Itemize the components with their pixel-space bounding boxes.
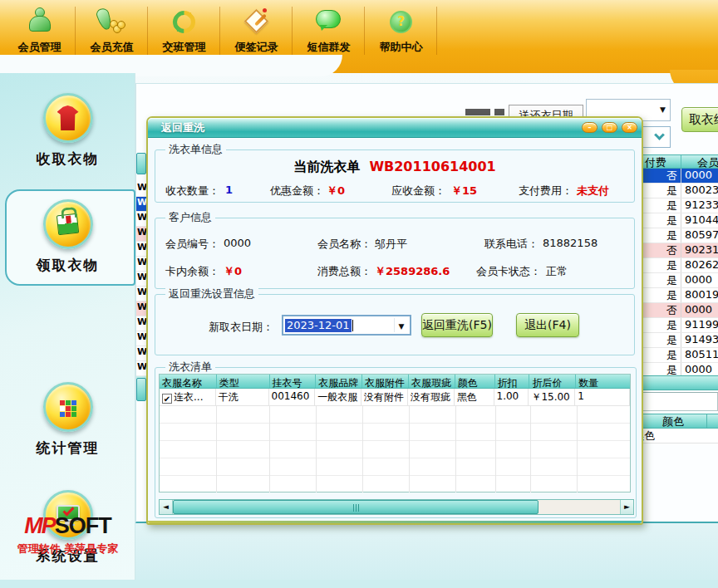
item-type: 干洗 bbox=[216, 389, 269, 406]
member-row[interactable]: 是91493 bbox=[640, 333, 718, 348]
clipped-scroll-piece bbox=[136, 378, 146, 401]
toolbar-member-recharge[interactable]: 会员充值 bbox=[76, 3, 148, 56]
memo-note-icon bbox=[243, 7, 271, 36]
laundry-list-group: 洗衣清单 衣服名称 类型 挂衣号 衣服品牌 衣服附件 衣服瑕疵 颜色 折扣 折后… bbox=[155, 367, 637, 518]
sms-bubble-icon bbox=[316, 10, 342, 33]
chevron-down-icon[interactable]: ▼ bbox=[394, 318, 408, 332]
member-row[interactable]: 是80511 bbox=[640, 348, 718, 363]
scroll-left-icon[interactable]: ◄ bbox=[160, 500, 173, 514]
member-row[interactable]: 是80262 bbox=[640, 258, 718, 273]
toolbar-label: 会员管理 bbox=[3, 40, 76, 55]
item-flaw: 没有瑕疵 bbox=[408, 389, 455, 406]
dialog-bottom-edge bbox=[148, 521, 642, 523]
sidebar-item-statistics[interactable]: 统计管理 bbox=[0, 382, 135, 458]
app-window: 会员管理 会员充值 交班管理 便签记录 短信群发 ? 帮助中心 bbox=[0, 0, 718, 588]
close-button[interactable]: × bbox=[622, 122, 637, 133]
toolbar-divider bbox=[364, 7, 365, 55]
toolbar-divider bbox=[292, 7, 293, 55]
field-label: 支付费用： bbox=[519, 184, 573, 198]
scrollbar-track bbox=[538, 500, 620, 514]
chevron-down-icon: ▼ bbox=[660, 105, 666, 114]
member-row[interactable]: 否90231 bbox=[640, 243, 718, 258]
pickup-settle-button[interactable]: 取衣结单 bbox=[681, 107, 718, 132]
sidebar-item-label: 收取衣物 bbox=[0, 149, 135, 169]
order-number: WB20110614001 bbox=[369, 159, 495, 174]
clipped-header-cell bbox=[136, 153, 146, 174]
brand-tagline: 管理软件 美萍是专家 bbox=[0, 541, 135, 556]
current-order-line: 当前洗衣单 WB20110614001 bbox=[155, 159, 634, 176]
field-value: 正常 bbox=[546, 264, 568, 279]
toolbar-memo-records[interactable]: 便签记录 bbox=[220, 3, 293, 56]
item-tag-no: 001460 bbox=[269, 389, 316, 406]
laundry-table: 衣服名称 类型 挂衣号 衣服品牌 衣服附件 衣服瑕疵 颜色 折扣 折后价 数量 … bbox=[159, 374, 631, 492]
rewash-dialog: 返回重洗 – □ × 洗衣单信息 当前洗衣单 WB20110614001 收衣数… bbox=[146, 116, 643, 525]
column-header-paid: 付费 bbox=[640, 155, 681, 168]
shift-cycle-icon bbox=[173, 11, 195, 33]
dialog-titlebar[interactable]: 返回重洗 – □ × bbox=[148, 118, 642, 138]
scroll-right-icon[interactable]: ► bbox=[620, 500, 633, 514]
order-member-table: 付费 会员编号 否0000 是80023 是91233 是91044 是8059… bbox=[640, 154, 718, 378]
member-row[interactable]: 是80597 bbox=[640, 228, 718, 243]
item-accessory: 没有附件 bbox=[361, 389, 408, 406]
toolbar-help-center[interactable]: ? 帮助中心 bbox=[365, 3, 437, 56]
member-row[interactable]: 否0000 bbox=[640, 303, 718, 318]
customer-info-group: 客户信息 会员编号： 0000 会员名称： 邬丹平 联系电话： 81882158… bbox=[155, 218, 635, 289]
thumb-grip bbox=[353, 504, 359, 512]
column-header: 折后价 bbox=[529, 375, 575, 388]
scrollbar-thumb[interactable] bbox=[173, 500, 538, 514]
pickup-clothes-bag-icon bbox=[43, 199, 93, 249]
maximize-button[interactable]: □ bbox=[602, 122, 617, 133]
minimize-button[interactable]: – bbox=[582, 122, 598, 133]
group-label: 客户信息 bbox=[165, 211, 215, 224]
member-row[interactable]: 是91199 bbox=[640, 318, 718, 333]
member-row[interactable]: 否0000 bbox=[640, 169, 718, 184]
member-person-icon bbox=[27, 7, 52, 36]
sidebar-item-pickup-clothes[interactable]: 领取衣物 bbox=[0, 199, 135, 275]
new-pickup-date-label: 新取衣日期： bbox=[209, 320, 273, 335]
sidebar-item-receive-clothes[interactable]: 收取衣物 bbox=[0, 93, 135, 169]
color-table-row[interactable]: 黑色 bbox=[640, 429, 718, 443]
field-label: 优惠金额： bbox=[270, 184, 324, 198]
laundry-item-row[interactable]: ✔连衣... 干洗 001460 一般衣服 没有附件 没有瑕疵 黑色 1.00 … bbox=[160, 389, 630, 406]
toolbar-member-management[interactable]: 会员管理 bbox=[3, 3, 76, 56]
order-info-group: 洗衣单信息 当前洗衣单 WB20110614001 收衣数量： 1 优惠金额： … bbox=[155, 149, 635, 203]
toolbar-sms-broadcast[interactable]: 短信群发 bbox=[293, 3, 365, 56]
member-row[interactable]: 是80019 bbox=[640, 288, 718, 303]
sidebar-item-label: 领取衣物 bbox=[0, 256, 135, 275]
member-row[interactable]: 是0000 bbox=[640, 273, 718, 288]
group-label: 洗衣清单 bbox=[165, 360, 215, 374]
item-name: 连衣... bbox=[174, 391, 203, 403]
toolbar-divider bbox=[219, 7, 220, 55]
column-header: 类型 bbox=[216, 375, 269, 388]
field-value: ￥15 bbox=[451, 184, 477, 198]
mpsoft-logo: MPSOFT bbox=[0, 513, 135, 539]
field-value: 0000 bbox=[224, 237, 251, 249]
horizontal-scrollbar: ◄ ► bbox=[159, 499, 634, 515]
clipped-text-fragment bbox=[494, 109, 504, 115]
member-row[interactable]: 是80023 bbox=[640, 184, 718, 198]
help-question-icon: ? bbox=[390, 11, 412, 33]
column-header: 挂衣号 bbox=[269, 375, 316, 388]
item-checkbox[interactable]: ✔ bbox=[162, 394, 172, 404]
field-value: ￥0 bbox=[224, 264, 242, 279]
exit-button[interactable]: 退出(F4) bbox=[516, 313, 579, 337]
sidebar-item-label: 统计管理 bbox=[0, 439, 135, 458]
column-header-member: 会员编号 bbox=[681, 155, 718, 168]
item-price: ￥15.00 bbox=[529, 389, 575, 406]
new-pickup-date-combobox[interactable]: 2023-12-01 ▼ bbox=[282, 315, 411, 336]
field-value: 1 bbox=[225, 184, 233, 196]
group-label: 返回重洗设置信息 bbox=[165, 287, 258, 301]
clipped-text-fragment bbox=[465, 109, 490, 115]
field-label: 会员名称： bbox=[317, 237, 371, 252]
color-table-header: 颜色 折扣 bbox=[640, 414, 718, 429]
field-value: 未支付 bbox=[577, 184, 609, 198]
dialog-title: 返回重洗 bbox=[161, 118, 204, 138]
laundry-table-header: 衣服名称 类型 挂衣号 衣服品牌 衣服附件 衣服瑕疵 颜色 折扣 折后价 数量 bbox=[160, 375, 630, 389]
rewash-button[interactable]: 返回重洗(F5) bbox=[421, 313, 493, 337]
current-order-label: 当前洗衣单 bbox=[293, 159, 360, 174]
member-row[interactable]: 是91233 bbox=[640, 198, 718, 213]
recharge-coins-icon bbox=[98, 8, 126, 35]
item-color: 黑色 bbox=[455, 389, 494, 406]
toolbar-shift-management[interactable]: 交班管理 bbox=[148, 3, 220, 56]
member-row[interactable]: 是91044 bbox=[640, 213, 718, 228]
